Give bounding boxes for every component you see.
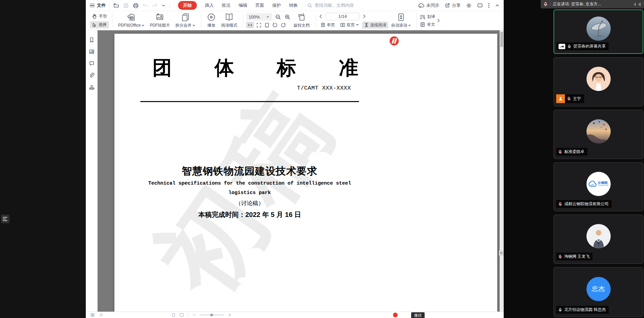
auto-scroll-button[interactable]: 自动滚动: [388, 12, 414, 29]
file-menu-button[interactable]: 文件: [90, 2, 106, 8]
document-title: 智慧钢铁物流园建设技术要求: [140, 164, 359, 178]
more-history-chevron-icon[interactable]: [162, 3, 166, 7]
single-page-button[interactable]: 单页: [319, 22, 337, 29]
pdf-to-office-button[interactable]: PDF转Office: [115, 12, 147, 29]
tab-home[interactable]: 开始: [178, 1, 197, 10]
cursor-icon: [92, 23, 97, 27]
tab-comment[interactable]: 批注: [222, 2, 230, 8]
participant-name-pill: 淘钢网 王龙飞: [556, 253, 593, 260]
redo-icon[interactable]: [152, 3, 157, 8]
header-rule: [140, 101, 359, 102]
tab-edit[interactable]: 编辑: [239, 2, 247, 8]
ribbon-tabs: 开始 插入 批注 编辑 页面 保护 转换: [178, 1, 298, 10]
mic-icon: [567, 44, 571, 49]
actual-size-button[interactable]: 1:1: [246, 22, 254, 28]
participant-name: 标准委陈卓: [564, 149, 584, 155]
draft-note: （讨论稿）: [140, 199, 359, 207]
previous-page-icon[interactable]: [319, 14, 323, 19]
double-page-button[interactable]: 双页: [338, 22, 361, 29]
outline-panel-icon[interactable]: [99, 313, 103, 317]
scrollbar-thumb[interactable]: [500, 32, 503, 47]
avatar-company-logo: 云钢联 YUNGANGLIAN: [586, 172, 611, 196]
single-page-label: 单页: [327, 22, 335, 28]
document-viewer[interactable]: 初稿 团体标准 T/CAMT XXX-XXXX 智慧钢铁物流园建设技术要求 Te…: [98, 30, 504, 312]
comment-panel-icon[interactable]: [89, 61, 95, 66]
collapse-ribbon-chevron-icon[interactable]: [495, 3, 500, 8]
tab-protect[interactable]: 保护: [272, 2, 281, 8]
rotate-left-icon[interactable]: [272, 22, 278, 28]
attachment-icon[interactable]: [89, 72, 95, 78]
hamburger-icon: [90, 4, 95, 7]
participant-tile-screen-share[interactable]: 贺宗春的屏幕共享: [553, 9, 643, 54]
status-zoom-in-icon[interactable]: [228, 313, 232, 317]
save-icon[interactable]: [123, 3, 129, 8]
fit-width-icon[interactable]: [256, 22, 262, 28]
scroll-down-button[interactable]: [499, 250, 504, 256]
participant-tile[interactable]: 淘钢网 王龙飞: [553, 215, 643, 264]
pdf-to-office-label: PDF转Office: [118, 23, 141, 28]
page-indicator[interactable]: 1/14: [326, 13, 359, 20]
book-view-icon[interactable]: [180, 313, 184, 317]
hand-icon: [92, 14, 97, 19]
participant-tile[interactable]: 王宇: [553, 57, 643, 106]
pdf-to-image-button[interactable]: PDF转图片: [147, 12, 173, 29]
image-panel-icon[interactable]: [89, 49, 95, 55]
settings-gear-icon[interactable]: [466, 3, 472, 8]
thumbnail-panel-icon[interactable]: [91, 313, 95, 317]
status-zoom-out-icon[interactable]: [192, 313, 196, 317]
stamp-icon[interactable]: [89, 84, 95, 90]
expand-panel-chevron-icon[interactable]: [436, 19, 440, 23]
select-tool-button[interactable]: 选择: [90, 21, 109, 28]
print-icon[interactable]: [133, 3, 139, 8]
search-placeholder: 查找功能、文档内容: [315, 2, 354, 8]
undo-icon[interactable]: [143, 3, 148, 8]
wechat-taskbar-item[interactable]: 微信: [411, 312, 425, 318]
zoom-slider-handle[interactable]: [210, 314, 213, 316]
share-icon: [445, 3, 450, 8]
play-button[interactable]: 播放: [204, 12, 218, 29]
screen: 文件 开始 插入 批注 编辑 页面 保护 转换: [0, 0, 644, 318]
zoom-level-select[interactable]: 100%: [246, 13, 272, 21]
standard-code: T/CAMT XXX-XXXX: [297, 85, 351, 91]
sidebar-toggle-button[interactable]: [1, 215, 9, 223]
rotate-right-icon[interactable]: [280, 22, 286, 28]
participant-name: 北方恒达物流园 韩思杰: [564, 307, 606, 313]
zoom-in-icon[interactable]: [284, 14, 291, 20]
page-view-icon[interactable]: [172, 313, 176, 317]
continuous-read-button[interactable]: 连续阅读: [362, 22, 388, 29]
menu-bar: 文件 开始 插入 批注 编辑 页面 保护 转换: [86, 0, 504, 11]
read-mode-button[interactable]: 阅读模式: [218, 12, 240, 29]
speaking-banner[interactable]: 正在讲话: 贺宗春; 京东方...: [541, 0, 644, 8]
tab-insert[interactable]: 插入: [205, 2, 214, 8]
feedback-comment-icon[interactable]: [477, 3, 483, 8]
participant-tile[interactable]: 忠杰 北方恒达物流园 韩思杰: [553, 267, 643, 317]
divider: [109, 3, 109, 8]
fit-page-icon[interactable]: [264, 22, 270, 28]
divider: [201, 13, 201, 28]
search-input[interactable]: 查找功能、文档内容: [307, 2, 354, 8]
zoom-slider[interactable]: [200, 315, 224, 315]
rotate-document-button[interactable]: 旋转文档: [291, 12, 312, 29]
kebab-menu-icon[interactable]: [488, 3, 490, 8]
banner-collapse-arrows-icon[interactable]: [633, 2, 641, 7]
split-merge-button[interactable]: 拆分合并: [173, 12, 198, 29]
chevron-down-icon: [266, 15, 270, 19]
search-icon: [307, 3, 312, 8]
vertical-scrollbar[interactable]: [500, 30, 504, 312]
sync-status-button[interactable]: 未同步: [418, 2, 439, 8]
word-translate-button[interactable]: 划译: [420, 14, 435, 20]
next-page-icon[interactable]: [362, 14, 366, 19]
share-button[interactable]: 分享: [445, 2, 461, 8]
bookmark-icon[interactable]: [89, 37, 95, 43]
open-file-icon[interactable]: [113, 3, 119, 8]
tab-convert[interactable]: 转换: [289, 2, 298, 8]
participant-tile[interactable]: 标准委陈卓: [553, 110, 643, 159]
participant-tile[interactable]: 云钢联 YUNGANGLIAN 淘钢网 王龙飞 成都云钢联物流有限公司: [553, 162, 643, 211]
sync-status-label: 未同步: [426, 2, 439, 8]
logo-text: 云钢联: [598, 181, 608, 185]
full-text-translate-button[interactable]: 全文: [420, 22, 435, 27]
tab-page[interactable]: 页面: [255, 2, 264, 8]
hand-tool-button[interactable]: 手型: [90, 13, 109, 20]
zoom-out-icon[interactable]: [275, 14, 281, 20]
divider: [170, 3, 170, 8]
